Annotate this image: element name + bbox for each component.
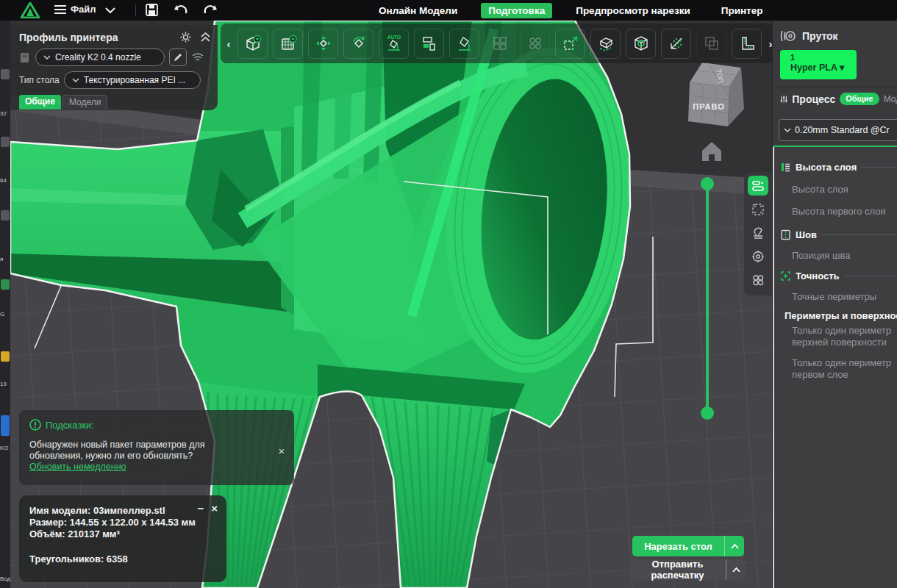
plate-list-button[interactable] — [748, 176, 768, 196]
tab-preview-slice[interactable]: Предпросмотр нарезки — [568, 3, 698, 18]
auto-orient-button[interactable]: AUTO — [379, 29, 409, 59]
collapse-panel-icon[interactable] — [201, 32, 210, 43]
toast-title: Подсказки: — [46, 420, 94, 431]
tab-printer[interactable]: Принтер — [714, 3, 771, 18]
tab-online-models[interactable]: Онлайн Модели — [371, 3, 465, 18]
support-button[interactable] — [748, 223, 768, 243]
desktop-strip: 32 64 я G 19 KO Вод — [0, 21, 10, 588]
sliders-icon — [780, 93, 787, 105]
setting-seam-position[interactable]: Позиция шва — [792, 250, 896, 262]
desktop-icon — [1, 279, 10, 290]
creality-logo-icon — [21, 2, 40, 18]
desktop-icon — [1, 415, 10, 436]
edit-printer-button[interactable] — [169, 49, 187, 66]
cut-tool-button[interactable] — [626, 29, 656, 59]
navigation-cube[interactable]: ПРАВО ТОП — [688, 62, 744, 126]
toolbar-scroll-left-icon[interactable]: ‹ — [225, 37, 232, 50]
assembly-button[interactable] — [590, 29, 621, 59]
setting-first-layer-one-wall[interactable]: Только один периметр первом слое — [792, 357, 896, 381]
slice-plate-label: Нарезать стол — [632, 541, 724, 552]
slice-plate-button[interactable]: Нарезать стол — [632, 536, 744, 556]
rotate-tool-button[interactable] — [343, 29, 374, 59]
hamburger-icon — [54, 5, 66, 14]
lay-on-face-button[interactable] — [449, 29, 479, 59]
desktop-icon-label: 19 — [0, 381, 10, 387]
split-to-objects-button[interactable] — [485, 29, 515, 59]
wifi-icon[interactable] — [191, 52, 204, 62]
gear-icon[interactable] — [179, 31, 192, 43]
viewport-3d[interactable]: ПРАВО ТОП ‹ AUTO — [10, 21, 772, 588]
toast-close-icon[interactable]: × — [275, 445, 288, 457]
gizmo-bottom-handle[interactable] — [701, 406, 714, 420]
desktop-icon-label: Вод — [0, 576, 10, 582]
filament-icon — [780, 29, 796, 43]
panel-divider — [773, 87, 897, 87]
gizmo-top-handle[interactable] — [701, 177, 714, 190]
seam-button[interactable] — [748, 246, 768, 266]
desktop-icon-label: G — [0, 311, 10, 318]
cube-front-label: ПРАВО — [693, 102, 724, 111]
redo-icon[interactable] — [203, 4, 218, 16]
minimize-icon[interactable]: − — [197, 503, 204, 514]
send-options-button[interactable] — [726, 559, 746, 580]
setting-top-one-wall[interactable]: Только один периметр верхней поверхности — [792, 325, 896, 348]
filament-slot-number: 1 — [790, 53, 857, 62]
svg-text:AUTO: AUTO — [387, 35, 400, 40]
save-icon[interactable] — [146, 4, 158, 16]
desktop-icon — [1, 351, 10, 362]
precision-icon — [780, 270, 791, 282]
clone-button[interactable] — [696, 29, 726, 59]
main-toolbar: ‹ AUTO — [221, 24, 772, 63]
plate-type-select[interactable]: Текстурированная PEI ... — [64, 71, 201, 89]
add-plate-button[interactable] — [273, 29, 303, 59]
model-volume: Объём: 210137 мм³ — [29, 528, 216, 540]
desktop-icon — [1, 210, 10, 220]
update-now-link[interactable]: Обновить немедленно — [29, 462, 126, 472]
panel-tab-general[interactable]: Общие — [19, 95, 61, 110]
multi-plate-button[interactable] — [748, 270, 768, 290]
section-seam: Шов — [780, 229, 896, 240]
desktop-icon-label: я — [0, 256, 10, 262]
pencil-icon — [174, 53, 182, 62]
process-panel-title: Процесс — [792, 93, 835, 105]
filament-material: Hyper PLA ▾ — [790, 62, 857, 73]
setting-first-layer-height[interactable]: Высота первого слоя — [792, 206, 896, 218]
undo-icon[interactable] — [174, 4, 188, 16]
preset-select[interactable]: 0.20mm Standard @Cr — [779, 119, 897, 141]
section-rule — [821, 234, 896, 235]
file-menu[interactable]: Файл — [54, 4, 96, 15]
section-title: Периметры и поверхности — [785, 310, 897, 321]
chevron-down-icon — [43, 55, 51, 60]
support-paint-button[interactable] — [661, 29, 691, 59]
measure-button[interactable] — [732, 29, 762, 59]
titlebar-divider — [135, 4, 136, 16]
process-tab-general[interactable]: Общие — [840, 93, 879, 105]
scale-tool-button[interactable] — [555, 29, 585, 59]
process-tab-models[interactable]: Модели — [884, 94, 897, 104]
seam-icon — [780, 229, 791, 240]
close-icon[interactable]: × — [211, 503, 218, 514]
arrange-button[interactable] — [414, 29, 444, 59]
slice-options-button[interactable] — [724, 536, 744, 556]
plate-settings-button[interactable] — [748, 199, 768, 219]
move-tool-button[interactable] — [308, 29, 338, 59]
setting-precise-walls[interactable]: Точные периметры — [792, 291, 896, 303]
chevron-down-icon[interactable] — [105, 7, 115, 13]
preset-value: 0.20mm Standard @Cr — [795, 125, 890, 135]
filament-panel-title: Пруток — [802, 30, 838, 42]
send-print-button[interactable]: Отправить распечатку — [629, 559, 746, 580]
toolbar-scroll-right-icon[interactable]: › — [767, 37, 772, 50]
setting-layer-height[interactable]: Высота слоя — [792, 184, 896, 196]
plate-type-value: Текстурированная PEI ... — [84, 75, 185, 85]
add-model-button[interactable] — [237, 29, 268, 59]
panel-tab-models[interactable]: Модели — [62, 95, 108, 110]
title-bar: Файл Онлайн Модели Подготовка Предпросмо… — [0, 0, 897, 21]
section-title: Высота слоя — [796, 162, 857, 173]
filament-slot-button[interactable]: 1 Hyper PLA ▾ — [780, 50, 857, 79]
tab-prepare[interactable]: Подготовка — [481, 3, 552, 18]
printer-select[interactable]: Creality K2 0.4 nozzle — [35, 49, 165, 66]
model-info-box: − × Имя модели: 03импеллер.stl Размер: 1… — [19, 495, 226, 582]
view-side-toolbar — [744, 172, 772, 295]
split-to-parts-button[interactable] — [520, 29, 550, 59]
section-walls-surfaces: Периметры и поверхности — [780, 310, 896, 321]
